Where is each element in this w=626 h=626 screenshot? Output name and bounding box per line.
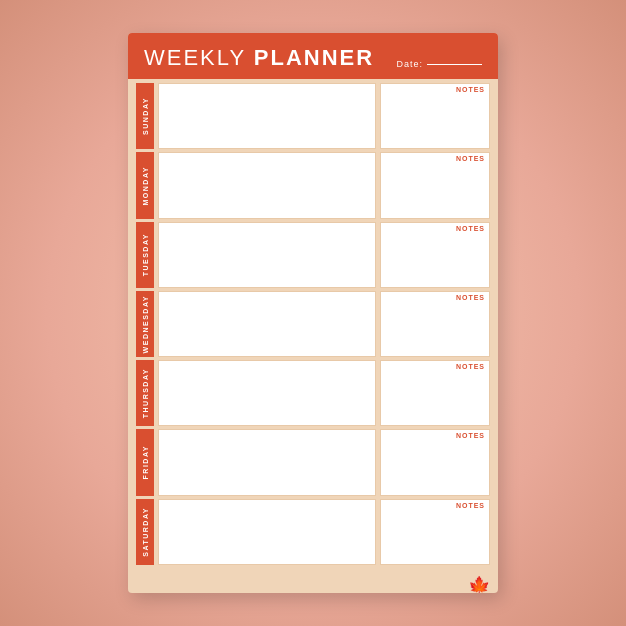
- day-label-sunday: SUNDAY: [136, 83, 154, 149]
- day-main-monday[interactable]: [158, 152, 376, 218]
- day-label-thursday: THURSDAY: [136, 360, 154, 426]
- planner-footer: 🍁: [128, 573, 498, 593]
- day-main-saturday[interactable]: [158, 499, 376, 565]
- notes-label-tuesday: NOTES: [381, 223, 489, 232]
- day-notes-tuesday[interactable]: NOTES: [380, 222, 490, 288]
- notes-label-thursday: NOTES: [381, 361, 489, 370]
- day-main-sunday[interactable]: [158, 83, 376, 149]
- planner-body: SUNDAY NOTES MONDAY NOTES TUESDAY NOTES: [128, 79, 498, 573]
- day-main-friday[interactable]: [158, 429, 376, 495]
- date-field[interactable]: Date:: [396, 59, 482, 71]
- planner-title: WEEKLY PLANNER: [144, 45, 374, 71]
- day-notes-sunday[interactable]: NOTES: [380, 83, 490, 149]
- day-row-sunday: SUNDAY NOTES: [136, 83, 490, 149]
- notes-label-sunday: NOTES: [381, 84, 489, 93]
- day-row-saturday: SATURDAY NOTES: [136, 499, 490, 565]
- day-notes-saturday[interactable]: NOTES: [380, 499, 490, 565]
- maple-leaf-icon: 🍁: [468, 575, 490, 589]
- day-row-monday: MONDAY NOTES: [136, 152, 490, 218]
- day-label-friday: FRIDAY: [136, 429, 154, 495]
- day-row-wednesday: WEDNESDAY NOTES: [136, 291, 490, 357]
- day-row-tuesday: TUESDAY NOTES: [136, 222, 490, 288]
- day-label-wednesday: WEDNESDAY: [136, 291, 154, 357]
- day-notes-thursday[interactable]: NOTES: [380, 360, 490, 426]
- day-label-saturday: SATURDAY: [136, 499, 154, 565]
- notes-label-monday: NOTES: [381, 153, 489, 162]
- day-label-tuesday: TUESDAY: [136, 222, 154, 288]
- day-notes-monday[interactable]: NOTES: [380, 152, 490, 218]
- notes-label-saturday: NOTES: [381, 500, 489, 509]
- planner-header: WEEKLY PLANNER Date:: [128, 33, 498, 79]
- date-input-line[interactable]: [427, 64, 482, 65]
- notes-label-wednesday: NOTES: [381, 292, 489, 301]
- day-main-thursday[interactable]: [158, 360, 376, 426]
- day-label-monday: MONDAY: [136, 152, 154, 218]
- day-main-wednesday[interactable]: [158, 291, 376, 357]
- weekly-planner: WEEKLY PLANNER Date: SUNDAY NOTES MONDAY…: [128, 33, 498, 593]
- day-notes-wednesday[interactable]: NOTES: [380, 291, 490, 357]
- day-row-thursday: THURSDAY NOTES: [136, 360, 490, 426]
- day-row-friday: FRIDAY NOTES: [136, 429, 490, 495]
- notes-label-friday: NOTES: [381, 430, 489, 439]
- day-notes-friday[interactable]: NOTES: [380, 429, 490, 495]
- day-main-tuesday[interactable]: [158, 222, 376, 288]
